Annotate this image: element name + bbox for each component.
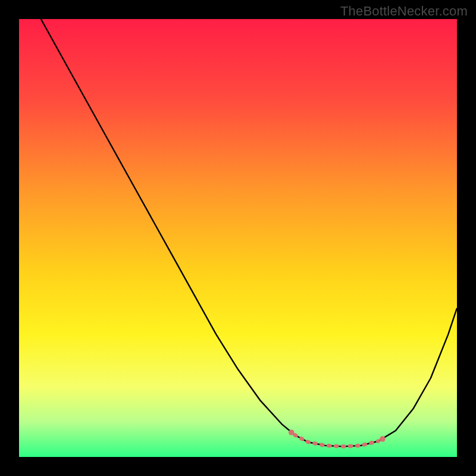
svg-point-2 xyxy=(380,436,386,442)
plot-area xyxy=(19,19,457,457)
svg-point-1 xyxy=(289,430,295,436)
chart-svg xyxy=(19,19,457,457)
watermark-text: TheBottleNecker.com xyxy=(340,4,468,19)
svg-rect-0 xyxy=(19,19,457,457)
chart-container: TheBottleNecker.com xyxy=(0,0,476,476)
